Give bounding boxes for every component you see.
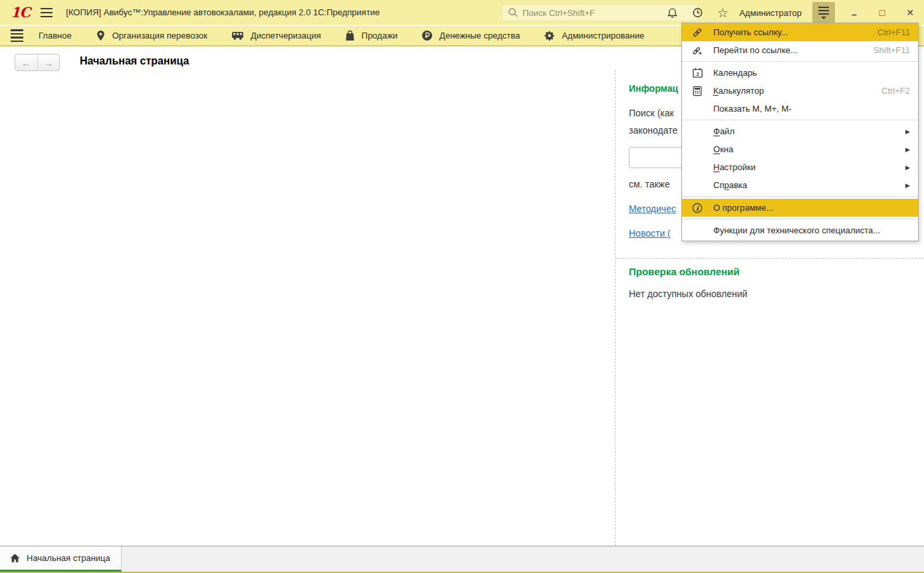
menu-item-help[interactable]: Справка ▶: [682, 176, 918, 194]
menu-item-file[interactable]: Файл ▶: [682, 122, 918, 140]
menu-separator: [682, 61, 918, 62]
menu-separator: [682, 196, 918, 197]
menu-item-calculator[interactable]: Калькулятор Ctrl+F2: [682, 82, 918, 100]
section-glavnoe[interactable]: Главное: [27, 26, 84, 45]
menu-item-go-to-link[interactable]: Перейти по ссылке... Shift+F11: [682, 41, 918, 59]
section-label: Организация перевозок: [112, 31, 207, 41]
submenu-arrow-icon: ▶: [905, 164, 910, 171]
menu-separator: [682, 219, 918, 219]
shortcut-label: Ctrl+F11: [877, 27, 910, 37]
submenu-arrow-icon: ▶: [905, 182, 910, 189]
main-menu-hamburger-icon[interactable]: [37, 3, 57, 22]
menu-item-calendar[interactable]: 2 Календарь: [682, 64, 918, 82]
tab-home-page[interactable]: Начальная страница: [0, 546, 122, 572]
shopping-bag-icon: [345, 30, 355, 41]
link-icon: [691, 26, 704, 39]
app-window: 1С [КОПИЯ] Авибус™:Управление автовокзал…: [0, 0, 924, 573]
section-label: Главное: [39, 31, 72, 41]
section-denezhnye-sredstva[interactable]: Денежные средства: [409, 26, 532, 45]
info-icon: i: [691, 201, 704, 215]
menu-item-windows[interactable]: Окна ▶: [682, 140, 918, 158]
menu-item-settings[interactable]: Настройки ▶: [682, 158, 918, 176]
maximize-button[interactable]: □: [873, 7, 891, 18]
gear-icon: [544, 30, 555, 41]
updates-heading: Проверка обновлений: [629, 266, 747, 277]
search-icon: [508, 7, 519, 18]
updates-panel: Проверка обновлений Нет доступных обновл…: [629, 266, 747, 299]
page-title: Начальная страница: [80, 55, 189, 67]
menu-item-tech-functions[interactable]: Функции для технического специалиста...: [682, 221, 918, 239]
empty-icon-slot: [691, 179, 704, 192]
minimize-button[interactable]: –: [846, 7, 863, 18]
panel-separator: [616, 258, 924, 259]
section-label: Продажи: [362, 31, 398, 41]
link-arrow-icon: [691, 44, 704, 57]
menu-item-about[interactable]: i О программе...: [682, 199, 918, 217]
title-bar: 1С [КОПИЯ] Авибус™:Управление автовокзал…: [0, 0, 924, 25]
menu-item-show-m[interactable]: Показать М, М+, М-: [682, 100, 918, 118]
submenu-arrow-icon: ▶: [905, 146, 910, 153]
sections-hamburger-icon[interactable]: [7, 27, 27, 45]
location-pin-icon: [96, 30, 106, 41]
empty-icon-slot: [691, 102, 704, 116]
menu-separator: [682, 120, 918, 120]
tools-menu-button[interactable]: [812, 2, 835, 23]
section-dispetcherizaciya[interactable]: Диспетчеризация: [219, 26, 333, 45]
notifications-bell-icon[interactable]: [665, 5, 679, 20]
window-title: [КОПИЯ] Авибус™:Управление автовокзалами…: [66, 7, 380, 17]
updates-status: Нет доступных обновлений: [629, 288, 747, 299]
svg-text:2: 2: [696, 71, 699, 77]
section-organizaciya-perevozok[interactable]: Организация перевозок: [84, 26, 219, 45]
section-label: Диспетчеризация: [251, 31, 321, 41]
section-prodazhi[interactable]: Продажи: [333, 26, 409, 45]
history-icon[interactable]: [690, 5, 705, 20]
bus-icon: [231, 31, 244, 41]
favorites-star-icon[interactable]: ☆: [715, 5, 730, 20]
calculator-icon: [691, 84, 704, 98]
ruble-circle-icon: [421, 30, 433, 41]
section-administrirovanie[interactable]: Администрирование: [532, 26, 656, 45]
section-label: Денежные средства: [439, 31, 520, 41]
submenu-arrow-icon: ▶: [905, 128, 910, 135]
empty-icon-slot: [691, 224, 704, 237]
back-button[interactable]: ←: [15, 55, 38, 70]
history-nav-buttons: ← →: [15, 54, 60, 71]
home-icon: [9, 553, 21, 563]
section-label: Администрирование: [562, 31, 644, 41]
empty-icon-slot: [691, 143, 704, 156]
svg-text:i: i: [696, 204, 699, 211]
titlebar-actions: ☆ Администратор – □ ✕: [665, 0, 919, 25]
calendar-icon: 2: [691, 66, 704, 80]
forward-button[interactable]: →: [38, 55, 60, 70]
tab-label: Начальная страница: [27, 553, 110, 563]
close-button[interactable]: ✕: [901, 7, 919, 18]
shortcut-label: Shift+F11: [873, 45, 910, 55]
tools-dropdown-menu: Получить ссылку... Ctrl+F11 Перейти по с…: [681, 23, 919, 241]
1c-logo: 1С: [11, 4, 30, 21]
taskbar: Начальная страница: [0, 546, 924, 573]
menu-item-get-link[interactable]: Получить ссылку... Ctrl+F11: [682, 23, 918, 41]
empty-icon-slot: [691, 161, 704, 174]
empty-icon-slot: [691, 125, 704, 138]
current-user-label: Администратор: [739, 8, 802, 18]
shortcut-label: Ctrl+F2: [881, 86, 910, 96]
